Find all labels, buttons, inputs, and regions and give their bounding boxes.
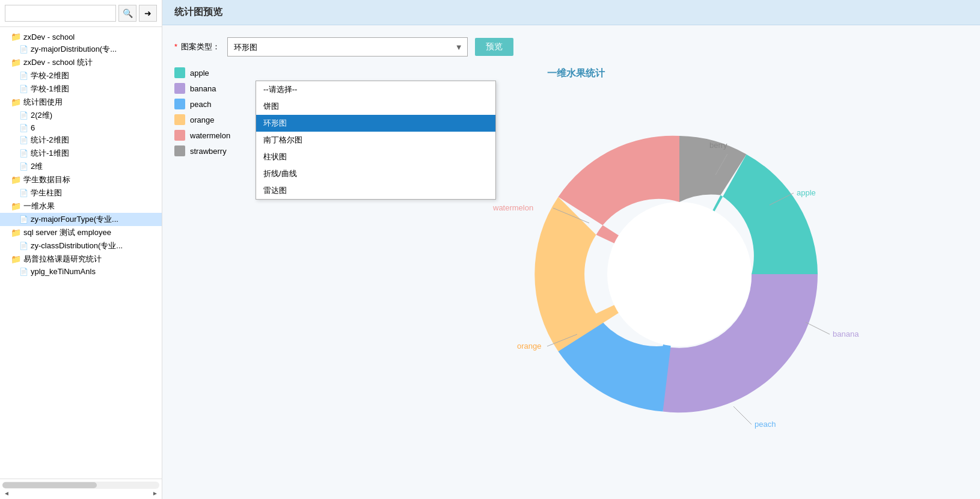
tree-file-yplg[interactable]: 📄 yplg_keTiNumAnls bbox=[0, 266, 162, 277]
tree-file-student-bar[interactable]: 📄 学生柱图 bbox=[0, 186, 162, 200]
folder-icon: 📁 bbox=[11, 201, 21, 211]
chart-label-apple: apple bbox=[797, 188, 816, 197]
tree-file-2-2d[interactable]: 📄 2(2维) bbox=[0, 109, 162, 122]
chart-label-banana: banana bbox=[833, 329, 859, 338]
tree-file-zy-major[interactable]: 📄 zy-majorDistribution(专... bbox=[0, 43, 162, 56]
chart-label-peach: peach bbox=[755, 420, 776, 429]
tree-file-zy-class[interactable]: 📄 zy-classDistribution(专业... bbox=[0, 239, 162, 253]
legend-label-watermelon: watermelon bbox=[190, 131, 230, 140]
navigate-button[interactable]: ➜ bbox=[139, 5, 157, 22]
tree-folder-zxdev-school[interactable]: 📁 zxDev - school bbox=[0, 31, 162, 43]
legend-color-banana bbox=[174, 83, 185, 94]
legend-item-apple: apple bbox=[174, 67, 230, 78]
folder-icon: 📁 bbox=[11, 254, 21, 264]
chart-legend: apple banana peach orange watermelon str… bbox=[174, 67, 230, 156]
dropdown-option-radar[interactable]: 雷达图 bbox=[256, 182, 495, 199]
file-icon: 📄 bbox=[19, 242, 28, 250]
legend-item-peach: peach bbox=[174, 99, 230, 109]
chart-type-select[interactable]: --请选择-- 饼图 环形图 南丁格尔图 柱状图 折线/曲线 雷达图 bbox=[227, 37, 468, 57]
left-arrow[interactable]: ◄ bbox=[4, 490, 10, 497]
file-icon: 📄 bbox=[19, 72, 28, 80]
search-bar: 🔍 ➜ bbox=[0, 0, 162, 27]
folder-icon: 📁 bbox=[11, 58, 21, 67]
tree-folder-1d-fruit[interactable]: 📁 一维水果 bbox=[0, 200, 162, 213]
search-input[interactable] bbox=[5, 5, 116, 22]
tree-folder-zxdev-school-stat[interactable]: 📁 zxDev - school 统计 bbox=[0, 56, 162, 69]
folder-icon: 📁 bbox=[11, 32, 21, 41]
dropdown-option-pie[interactable]: 饼图 bbox=[256, 98, 495, 115]
main-header: 统计图预览 bbox=[162, 0, 980, 25]
folder-icon: 📁 bbox=[11, 175, 21, 185]
controls-row: * 图案类型： --请选择-- 饼图 环形图 南丁格尔图 柱状图 折线/曲线 雷… bbox=[174, 37, 968, 57]
donut-chart: apple banana peach orange watermelon ber… bbox=[511, 106, 848, 442]
chart-type-select-wrapper: --请选择-- 饼图 环形图 南丁格尔图 柱状图 折线/曲线 雷达图 ▼ bbox=[227, 37, 468, 57]
dropdown-option-bar[interactable]: 柱状图 bbox=[256, 148, 495, 165]
donut-hole bbox=[607, 202, 752, 346]
legend-label-orange: orange bbox=[190, 115, 214, 124]
legend-label-strawberry: strawberry bbox=[190, 147, 227, 156]
dropdown-option-nightingale[interactable]: 南丁格尔图 bbox=[256, 132, 495, 148]
chart-label-strawberry: berry bbox=[709, 141, 727, 150]
scrollbar-thumb[interactable] bbox=[2, 482, 97, 488]
file-icon: 📄 bbox=[19, 136, 28, 144]
chart-type-label: * 图案类型： bbox=[174, 41, 220, 52]
tree-file-2d[interactable]: 📄 2维 bbox=[0, 160, 162, 173]
page-title: 统计图预览 bbox=[174, 7, 222, 17]
search-button[interactable]: 🔍 bbox=[118, 5, 136, 22]
sidebar: 🔍 ➜ 📁 zxDev - school 📄 zy-majorDistribut… bbox=[0, 0, 162, 499]
file-icon: 📄 bbox=[19, 189, 28, 197]
main-content: 统计图预览 * 图案类型： --请选择-- 饼图 环形图 南丁格尔图 柱状图 折… bbox=[162, 0, 980, 499]
file-icon: 📄 bbox=[19, 268, 28, 276]
tree-folder-student-data[interactable]: 📁 学生数据目标 bbox=[0, 173, 162, 186]
right-arrow[interactable]: ► bbox=[152, 490, 158, 497]
tree-folder-stat-use[interactable]: 📁 统计图使用 bbox=[0, 96, 162, 109]
tree-file-school-2d[interactable]: 📄 学校-2维图 bbox=[0, 69, 162, 82]
file-icon: 📄 bbox=[19, 85, 28, 93]
tree-file-school-1d[interactable]: 📄 学校-1维图 bbox=[0, 82, 162, 96]
dropdown-option-placeholder[interactable]: --请选择-- bbox=[256, 81, 495, 98]
main-body: * 图案类型： --请选择-- 饼图 环形图 南丁格尔图 柱状图 折线/曲线 雷… bbox=[162, 25, 980, 499]
required-marker: * bbox=[174, 42, 177, 51]
legend-label-banana: banana bbox=[190, 84, 216, 93]
file-tree: 📁 zxDev - school 📄 zy-majorDistribution(… bbox=[0, 27, 162, 479]
tree-folder-sql-employee[interactable]: 📁 sql server 测试 employee bbox=[0, 226, 162, 239]
folder-icon: 📁 bbox=[11, 97, 21, 107]
file-icon: 📄 bbox=[19, 215, 28, 224]
legend-label-peach: peach bbox=[190, 100, 211, 109]
tree-file-6[interactable]: 📄 6 bbox=[0, 122, 162, 133]
sidebar-nav-arrows: ◄ ► bbox=[2, 490, 159, 497]
dropdown-option-line[interactable]: 折线/曲线 bbox=[256, 165, 495, 182]
file-icon: 📄 bbox=[19, 149, 28, 158]
dropdown-option-ring[interactable]: 环形图 bbox=[256, 115, 495, 132]
file-icon: 📄 bbox=[19, 162, 28, 171]
legend-item-strawberry: strawberry bbox=[174, 145, 230, 156]
chart-label-watermelon: watermelon bbox=[492, 203, 533, 212]
folder-icon: 📁 bbox=[11, 228, 21, 237]
legend-color-orange bbox=[174, 114, 185, 125]
preview-button[interactable]: 预览 bbox=[475, 38, 513, 56]
file-icon: 📄 bbox=[19, 124, 28, 132]
legend-item-banana: banana bbox=[174, 83, 230, 94]
file-icon: 📄 bbox=[19, 45, 28, 54]
legend-item-orange: orange bbox=[174, 114, 230, 125]
legend-color-strawberry bbox=[174, 145, 185, 156]
legend-color-watermelon bbox=[174, 130, 185, 141]
file-icon: 📄 bbox=[19, 111, 28, 120]
legend-item-watermelon: watermelon bbox=[174, 130, 230, 141]
horizontal-scrollbar[interactable] bbox=[2, 482, 159, 489]
sidebar-scrollbar: ◄ ► bbox=[0, 479, 162, 499]
tree-folder-yplg[interactable]: 📁 易普拉格课题研究统计 bbox=[0, 253, 162, 266]
tree-file-zy-major-four[interactable]: 📄 zy-majorFourType(专业... bbox=[0, 213, 162, 226]
legend-color-apple bbox=[174, 67, 185, 78]
tree-file-stat-2d[interactable]: 📄 统计-2维图 bbox=[0, 133, 162, 147]
chart-label-orange: orange bbox=[517, 341, 541, 351]
tree-file-stat-1d[interactable]: 📄 统计-1维图 bbox=[0, 147, 162, 160]
legend-label-apple: apple bbox=[190, 69, 209, 78]
legend-color-peach bbox=[174, 99, 185, 109]
chart-type-dropdown: --请选择-- 饼图 环形图 南丁格尔图 柱状图 折线/曲线 雷达图 bbox=[256, 81, 496, 200]
label-line-banana bbox=[806, 322, 830, 334]
label-line-peach bbox=[733, 406, 752, 424]
